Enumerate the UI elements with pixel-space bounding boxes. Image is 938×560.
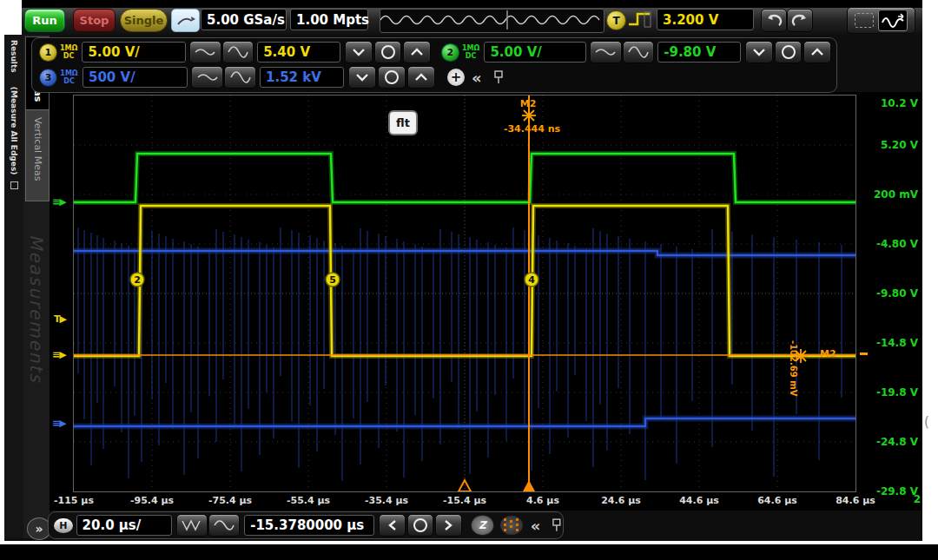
single-button[interactable]: Single: [120, 9, 168, 32]
preview-waveform-icon: [380, 10, 602, 30]
horizontal-badge[interactable]: H: [54, 518, 73, 533]
measurements-watermark: Measurements: [26, 234, 47, 384]
channel-2-scale-large-button[interactable]: [623, 41, 655, 63]
acquisition-preview-strip[interactable]: [380, 9, 604, 33]
wide-wave-icon: [213, 518, 235, 532]
trigger-badge[interactable]: T: [606, 10, 626, 30]
memory-depth-field[interactable]: 1.00 Mpts: [290, 9, 368, 30]
channel-3-offset-down-button[interactable]: [348, 66, 376, 89]
channel-2-offset-up-button[interactable]: [803, 41, 831, 63]
channel-3-offset-zero-button[interactable]: [378, 66, 406, 89]
delay-left-button[interactable]: [379, 514, 405, 537]
channel-panel: 1 1MΩ DC 5.00 V/ 5.40 V 2 1MΩ: [31, 37, 837, 93]
channel-1-offset-up-button[interactable]: [403, 41, 431, 63]
trigger-level-field[interactable]: 3.200 V: [657, 9, 754, 30]
channel-3-scale-large-button[interactable]: [224, 66, 256, 89]
collapse-hbar-button[interactable]: «: [531, 517, 541, 535]
timebase-zoom-out-button[interactable]: [208, 514, 240, 537]
channel-1-ground-marker[interactable]: ≡▶: [52, 349, 66, 360]
coupling-label: DC: [466, 52, 477, 60]
delay-zero-button[interactable]: [407, 514, 433, 537]
x-axis-label: -35.4 µs: [356, 495, 417, 506]
chevron-right-icon: [444, 519, 452, 531]
dashed-cursor-icon: [510, 520, 512, 530]
stop-button[interactable]: Stop: [73, 9, 116, 32]
redo-button[interactable]: [787, 9, 813, 32]
small-wave-icon: [196, 71, 219, 83]
marker-position-triangle: [523, 480, 535, 491]
waveform-display[interactable]: 254: [74, 96, 855, 491]
channel-3-scale-field[interactable]: 500 V/: [83, 67, 188, 88]
channel-2-ground-marker[interactable]: ≡▶: [52, 196, 66, 208]
timebase-field[interactable]: 20.0 µs/: [76, 515, 172, 536]
results-strip-label: Results (Measure All Edges): [10, 40, 18, 189]
channel-1-badge[interactable]: 1: [39, 43, 57, 62]
channel-2-scale-small-button[interactable]: [590, 41, 622, 63]
circle-icon: [381, 45, 395, 59]
channel-1-scale-field[interactable]: 5.00 V/: [82, 42, 186, 63]
delay-field[interactable]: -15.3780000 µs: [244, 515, 374, 536]
touch-gesture-button[interactable]: [171, 9, 200, 32]
cursors-button[interactable]: [499, 515, 523, 536]
circle-icon: [385, 70, 399, 84]
edge-number-label: 2: [134, 274, 141, 286]
redo-icon: [791, 14, 809, 28]
channel-3-offset-up-button[interactable]: [407, 66, 435, 89]
x-axis-label: 24.6 µs: [591, 495, 651, 506]
channel-1-scale-large-button[interactable]: [222, 41, 254, 63]
waveform-arrows-icon: [878, 10, 908, 31]
channel-2-offset-field[interactable]: -9.80 V: [657, 42, 741, 63]
results-label: Results: [10, 40, 18, 73]
channel-3-scale-small-button[interactable]: [191, 66, 223, 89]
channel-3-badge[interactable]: 3: [39, 69, 57, 87]
pin-icon[interactable]: [492, 70, 505, 84]
coupling-label: DC: [63, 52, 75, 60]
edge-number-label: 5: [329, 274, 336, 286]
zone-touch-trigger-button[interactable]: [847, 7, 915, 34]
zoom-mode-button[interactable]: Z: [471, 515, 494, 536]
x-axis-label: -55.4 µs: [278, 495, 339, 506]
channel-1-offset-zero-button[interactable]: [374, 41, 402, 63]
graticule-frame: 254: [73, 95, 856, 492]
tab-vertical-meas[interactable]: Vertical Meas: [25, 109, 50, 201]
channel-2-offset-down-button[interactable]: [745, 41, 773, 63]
collapse-panel-button[interactable]: «: [472, 69, 482, 87]
undo-button[interactable]: [761, 9, 787, 32]
large-wave-icon: [627, 45, 650, 59]
channel-3-offset-field[interactable]: 1.52 kV: [260, 67, 344, 88]
x-axis-label: -75.4 µs: [200, 495, 261, 506]
channel-1-offset-down-button[interactable]: [345, 41, 373, 63]
bottom-bezel: [0, 544, 938, 560]
results-strip[interactable]: Results (Measure All Edges): [4, 35, 23, 538]
circle-icon: [413, 518, 427, 532]
right-axis-label: -4.80 V: [870, 238, 918, 250]
sample-rate-field[interactable]: 5.00 GSa/s: [201, 9, 287, 30]
chevron-down-icon: [355, 73, 369, 82]
run-button[interactable]: Run: [24, 9, 65, 32]
channel-1-offset-field[interactable]: 5.40 V: [257, 42, 340, 63]
channel-2-scale-field[interactable]: 5.00 V/: [484, 42, 586, 63]
trigger-slope-icon[interactable]: [627, 10, 651, 29]
channel-row-2: 3 1MΩ DC 500 V/ 1.52 kV + «: [36, 65, 831, 89]
dashed-cursor-icon: [516, 518, 519, 532]
x-axis-label: 84.6 µs: [825, 495, 886, 506]
measure-tab-strip: Time Meas Vertical Meas Measurements: [23, 35, 50, 538]
large-wave-icon: [227, 45, 249, 59]
channel-1-coupling[interactable]: 1MΩ DC: [57, 44, 81, 60]
pin-icon[interactable]: [551, 518, 563, 532]
channel-2-offset-zero-button[interactable]: [775, 41, 803, 63]
channel-2-badge[interactable]: 2: [441, 43, 459, 62]
channel-3-coupling[interactable]: 1MΩ DC: [57, 69, 81, 85]
channel-3-ground-marker[interactable]: ≡▶: [52, 418, 66, 429]
timebase-zoom-in-button[interactable]: [176, 514, 208, 537]
trigger-level-marker[interactable]: T▶: [54, 313, 66, 325]
top-bezel: [22, 0, 922, 8]
undo-icon: [765, 14, 783, 28]
x-axis-label: 64.6 µs: [747, 495, 808, 506]
channel-1-scale-small-button[interactable]: [189, 41, 221, 63]
channel-2-coupling[interactable]: 1MΩ DC: [459, 44, 483, 60]
delay-right-button[interactable]: [435, 514, 461, 537]
add-channel-button[interactable]: +: [447, 69, 465, 86]
small-wave-icon: [194, 46, 216, 58]
curved-arrow-icon: [176, 14, 195, 28]
